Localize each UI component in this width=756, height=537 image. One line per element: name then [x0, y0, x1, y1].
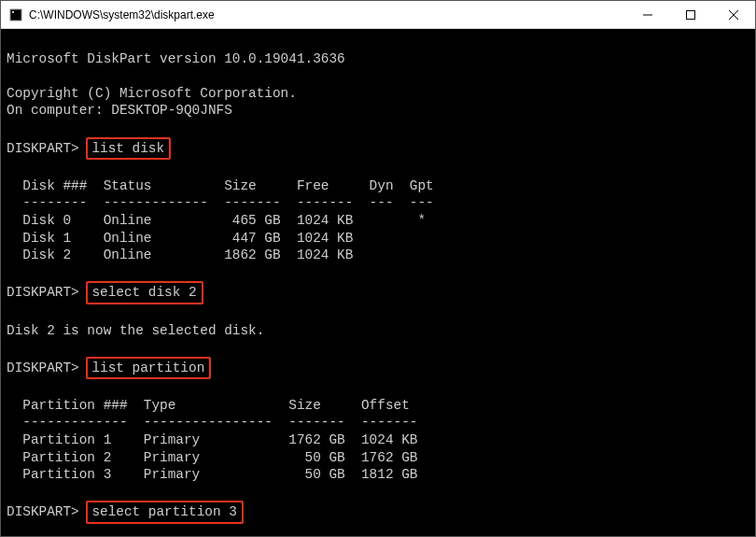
partition-row: Partition 3 Primary 50 GB 1812 GB	[7, 467, 417, 482]
diskpart-prompt: DISKPART>	[7, 504, 79, 519]
computer-line: On computer: DESKTOP-9Q0JNFS	[7, 103, 232, 118]
prompt-line: DISKPART> list disk	[7, 141, 171, 156]
blank-line	[7, 161, 15, 176]
prompt-line: DISKPART> select disk 2	[7, 285, 203, 300]
cmd-list-partition: list partition	[86, 357, 211, 380]
close-button[interactable]	[712, 1, 755, 29]
version-line: Microsoft DiskPart version 10.0.19041.36…	[7, 51, 345, 66]
blank-line	[7, 525, 15, 536]
disk-row: Disk 0 Online 465 GB 1024 KB *	[7, 213, 426, 228]
diskpart-window: C:\WINDOWS\system32\diskpart.exe Microso…	[0, 0, 756, 537]
app-icon	[8, 7, 23, 22]
partition-table-sep: ------------- ---------------- ------- -…	[7, 415, 417, 430]
blank-line	[7, 340, 15, 355]
blank-line	[7, 380, 15, 395]
partition-row: Partition 1 Primary 1762 GB 1024 KB	[7, 432, 417, 447]
partition-table-header: Partition ### Type Size Offset	[7, 398, 410, 413]
prompt-line: DISKPART> select partition 3	[7, 504, 244, 519]
svg-rect-0	[10, 9, 21, 21]
disk-table-header: Disk ### Status Size Free Dyn Gpt	[7, 178, 434, 193]
disk-row: Disk 1 Online 447 GB 1024 KB	[7, 231, 353, 246]
msg-line: Disk 2 is now the selected disk.	[7, 323, 264, 338]
disk-table-sep: -------- ------------- ------- ------- -…	[7, 195, 434, 210]
partition-row: Partition 2 Primary 50 GB 1762 GB	[7, 450, 417, 465]
diskpart-prompt: DISKPART>	[7, 141, 79, 156]
diskpart-prompt: DISKPART>	[7, 360, 79, 375]
svg-rect-3	[687, 10, 695, 19]
svg-rect-1	[12, 11, 14, 13]
cmd-list-disk: list disk	[86, 137, 171, 161]
terminal-output[interactable]: Microsoft DiskPart version 10.0.19041.36…	[1, 29, 755, 536]
cmd-select-partition: select partition 3	[86, 501, 243, 524]
cmd-select-disk: select disk 2	[86, 281, 203, 304]
minimize-button[interactable]	[626, 1, 669, 29]
maximize-button[interactable]	[669, 1, 712, 29]
blank-line	[7, 120, 15, 135]
disk-row: Disk 2 Online 1862 GB 1024 KB	[7, 247, 353, 262]
blank-line	[7, 68, 15, 83]
blank-line	[7, 265, 15, 280]
prompt-line: DISKPART> list partition	[7, 360, 211, 375]
blank-line	[7, 485, 15, 500]
copyright-line: Copyright (C) Microsoft Corporation.	[7, 86, 297, 101]
titlebar[interactable]: C:\WINDOWS\system32\diskpart.exe	[1, 1, 755, 29]
diskpart-prompt: DISKPART>	[7, 285, 79, 300]
blank-line	[7, 305, 15, 320]
window-title: C:\WINDOWS\system32\diskpart.exe	[29, 8, 215, 21]
